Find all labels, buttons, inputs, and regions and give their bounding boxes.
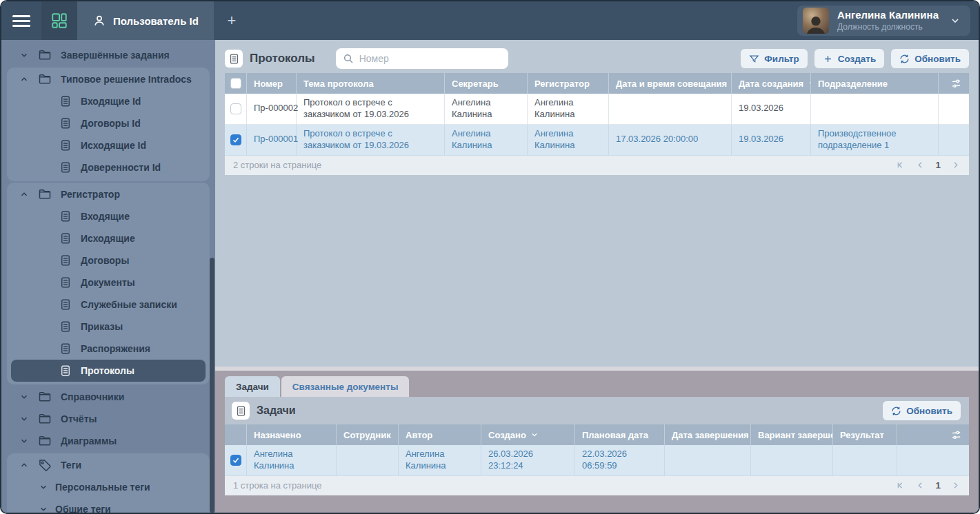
create-button[interactable]: Создать <box>814 49 885 68</box>
table-row-selected[interactable]: Пр-000001 Протокол о встрече с заказчико… <box>225 125 969 156</box>
search-icon <box>343 53 354 64</box>
column-settings-icon[interactable] <box>950 78 962 90</box>
folder-icon <box>38 187 52 201</box>
sidebar-item-orders[interactable]: Приказы <box>11 316 206 338</box>
sidebar-item-protocols[interactable]: Протоколы <box>11 360 206 382</box>
bottom-tabs: Задачи Связанные документы <box>225 376 969 397</box>
sidebar-item-powers-id[interactable]: Доверенности Id <box>11 156 206 178</box>
column-header[interactable]: Тема протокола <box>297 73 445 94</box>
sidebar-item-intradocs[interactable]: Типовое решение Intradocs <box>7 68 210 90</box>
column-header[interactable]: Назначено <box>247 424 337 445</box>
next-page-icon[interactable] <box>950 480 961 491</box>
column-header[interactable]: Подразделение <box>811 73 939 94</box>
tab-user-id[interactable]: Пользователь Id <box>77 1 214 40</box>
column-header-sorted[interactable]: Дата создания <box>732 73 811 94</box>
sidebar-item-outgoing-id[interactable]: Исходящие Id <box>11 134 206 156</box>
protocols-table-footer: 2 строки на странице 1 <box>225 156 969 175</box>
user-menu[interactable]: Ангелина Калинина Должность должность <box>797 6 970 36</box>
folder-icon <box>38 48 52 62</box>
column-header-sorted[interactable]: Создано <box>481 424 575 445</box>
sidebar-item-label: Отчёты <box>61 413 97 424</box>
sidebar-item-label: Протоколы <box>81 365 134 376</box>
folder-icon <box>38 72 52 86</box>
column-header[interactable]: Вариант завершения <box>751 424 833 445</box>
tab-related-documents[interactable]: Связанные документы <box>281 376 410 397</box>
sidebar-item-incoming[interactable]: Входящие <box>11 205 206 227</box>
sidebar-item-completed-tasks[interactable]: Завершённые задания <box>7 44 210 66</box>
column-header[interactable]: Результат <box>833 424 897 445</box>
sidebar-item-registrar[interactable]: Регистратор <box>7 183 210 205</box>
refresh-button[interactable]: Обновить <box>891 49 969 68</box>
document-icon <box>59 320 72 333</box>
chevron-down-icon <box>19 414 29 424</box>
sidebar-item-label: Служебные записки <box>81 299 177 310</box>
sidebar-item-label: Входящие <box>81 211 130 222</box>
sidebar-item-contracts-id[interactable]: Договоры Id <box>11 112 206 134</box>
sidebar-item-directives[interactable]: Распоряжения <box>11 338 206 360</box>
filter-button[interactable]: Фильтр <box>741 49 807 68</box>
cell-author: Ангелина Калинина <box>399 445 481 476</box>
chevron-down-icon <box>19 392 29 402</box>
next-page-icon[interactable] <box>950 160 961 170</box>
apps-button[interactable] <box>41 1 77 40</box>
sidebar-item-reports[interactable]: Отчёты <box>7 408 210 430</box>
pagination: 1 <box>895 160 961 170</box>
row-checkbox[interactable] <box>230 103 241 114</box>
tasks-table-footer: 1 строка на странице 1 <box>225 476 969 495</box>
rows-count-label: 2 строки на странице <box>233 160 321 170</box>
column-header[interactable]: Номер <box>247 73 297 94</box>
chevron-up-icon <box>19 74 29 84</box>
prev-page-icon[interactable] <box>915 480 926 491</box>
row-checkbox-checked[interactable] <box>230 455 241 466</box>
sidebar-item-personal-tags[interactable]: Персональные теги <box>7 476 210 498</box>
sidebar-scrollbar[interactable] <box>210 258 214 513</box>
sidebar-item-tags[interactable]: Теги <box>7 454 210 476</box>
sidebar: Завершённые задания Типовое решение Intr… <box>1 40 215 513</box>
column-header[interactable]: Плановая дата <box>575 424 665 445</box>
task-row-selected[interactable]: Ангелина Калинина Ангелина Калинина 26.0… <box>225 445 969 476</box>
pagination: 1 <box>895 480 961 491</box>
chevron-up-icon <box>19 460 29 470</box>
main-area: Протоколы Фильтр Создать <box>215 40 979 513</box>
column-header[interactable]: Секретарь <box>445 73 528 94</box>
select-all-checkbox[interactable] <box>230 78 241 89</box>
cell-result <box>833 445 897 476</box>
refresh-button-label: Обновить <box>914 54 961 64</box>
sidebar-item-label: Завершённые задания <box>61 50 170 61</box>
sidebar-item-incoming-id[interactable]: Входящие Id <box>11 90 206 112</box>
user-position: Должность должность <box>837 22 939 32</box>
new-tab-button[interactable]: + <box>214 1 250 40</box>
sidebar-item-common-tags[interactable]: Общие теги <box>7 498 210 513</box>
tab-tasks[interactable]: Задачи <box>225 376 280 397</box>
sidebar-item-documents[interactable]: Документы <box>11 271 206 294</box>
tasks-refresh-button[interactable]: Обновить <box>883 401 961 420</box>
chevron-down-icon <box>19 50 29 60</box>
search-box <box>336 48 508 69</box>
column-header[interactable]: Дата и время совещания <box>609 73 732 94</box>
body: Завершённые задания Типовое решение Intr… <box>1 40 979 513</box>
table-row[interactable]: Пр-000002 Протокол о встрече с заказчико… <box>225 94 969 125</box>
search-input[interactable] <box>359 53 501 64</box>
sidebar-item-references[interactable]: Справочники <box>7 386 210 408</box>
column-header[interactable]: Сотрудник <box>337 424 399 445</box>
sidebar-item-outgoing[interactable]: Исходящие <box>11 227 206 249</box>
cell-division <box>811 94 939 125</box>
column-header[interactable]: Регистратор <box>528 73 609 94</box>
row-checkbox-checked[interactable] <box>230 134 241 145</box>
menu-button[interactable] <box>1 1 41 40</box>
document-icon <box>59 364 72 377</box>
cell-assigned: Ангелина Калинина <box>247 445 337 476</box>
cell-completion-variant <box>751 445 833 476</box>
sidebar-item-diagrams[interactable]: Диаграммы <box>7 430 210 452</box>
column-header[interactable]: Автор <box>399 424 481 445</box>
cell-created-date: 19.03.2026 <box>732 94 811 125</box>
column-header[interactable]: Дата завершения <box>665 424 751 445</box>
first-page-icon[interactable] <box>895 160 906 170</box>
cell-planned-date: 22.03.2026 06:59:59 <box>575 445 665 476</box>
prev-page-icon[interactable] <box>915 160 926 170</box>
sidebar-item-label: Доверенности Id <box>81 162 161 173</box>
sidebar-item-memos[interactable]: Служебные записки <box>11 294 206 316</box>
column-settings-icon[interactable] <box>950 429 962 441</box>
sidebar-item-contracts[interactable]: Договоры <box>11 249 206 271</box>
first-page-icon[interactable] <box>895 480 906 491</box>
